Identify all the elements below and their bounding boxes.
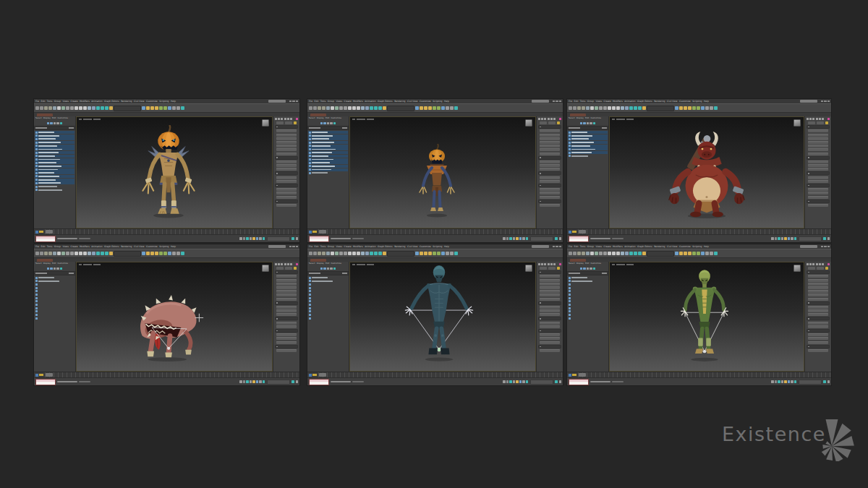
snaps-toggle-icon[interactable]: [629, 252, 633, 255]
toggle-scene-explorer-icon[interactable]: [684, 252, 687, 255]
scene-object-row-collapsed[interactable]: [568, 307, 608, 309]
scene-object-row[interactable]: [35, 137, 75, 140]
close-icon[interactable]: [827, 100, 830, 103]
menu-civil-view[interactable]: Civil View: [667, 245, 677, 248]
rollout-button[interactable]: [276, 137, 297, 140]
rectangular-selection-region-icon[interactable]: [339, 106, 343, 110]
create-icon[interactable]: [275, 263, 277, 265]
maxscript-mini-listener[interactable]: [569, 236, 589, 242]
window-controls[interactable]: [289, 100, 299, 103]
rollout-pin-icon[interactable]: [296, 263, 298, 265]
render-setup-icon[interactable]: [705, 106, 709, 110]
modify-icon[interactable]: [278, 263, 280, 265]
viewport-menu-shading[interactable]: [367, 264, 374, 265]
mirror-icon[interactable]: [415, 106, 419, 110]
rollout-header[interactable]: [807, 270, 830, 274]
rendered-frame-window-icon[interactable]: [710, 106, 713, 110]
rollout-mini-button[interactable]: [540, 121, 547, 124]
rectangular-selection-region-icon[interactable]: [599, 252, 603, 255]
time-slider-handle[interactable]: [579, 373, 586, 377]
status-toggle-icon-4[interactable]: [516, 380, 519, 383]
unlink-selection-icon[interactable]: [582, 252, 585, 255]
scene-object-row[interactable]: [35, 189, 75, 192]
undo-icon[interactable]: [569, 252, 572, 255]
scene-object-row[interactable]: [35, 171, 75, 174]
rollout-button[interactable]: [276, 294, 297, 296]
rollout-button[interactable]: [808, 204, 828, 207]
toggle-layer-explorer-icon[interactable]: [428, 106, 432, 110]
menu-file[interactable]: File: [35, 100, 39, 103]
viewport-label[interactable]: [352, 119, 374, 120]
mirror-icon[interactable]: [675, 106, 678, 110]
scene-object-row-collapsed[interactable]: [568, 283, 608, 286]
status-toggle-icon-0[interactable]: [239, 380, 242, 383]
align-icon[interactable]: [146, 252, 150, 255]
rollout-button[interactable]: [276, 325, 297, 328]
menu-rendering[interactable]: Rendering: [121, 245, 132, 248]
rollout-button[interactable]: [276, 141, 297, 144]
rollout-button[interactable]: [808, 176, 828, 179]
rollout-mini-button[interactable]: [276, 267, 284, 270]
select-and-move-icon[interactable]: [608, 106, 611, 110]
viewport-label[interactable]: [79, 119, 101, 120]
explorer-tool-icon-0[interactable]: [320, 122, 323, 125]
hierarchy-icon[interactable]: [544, 118, 546, 120]
rollout-button[interactable]: [276, 180, 297, 183]
status-toggle-icon-7[interactable]: [263, 380, 265, 383]
rollout-header[interactable]: [807, 301, 830, 305]
status-toggle-icon-3[interactable]: [513, 380, 516, 383]
select-object-icon[interactable]: [590, 252, 594, 255]
rollout-button[interactable]: [808, 349, 828, 352]
menu-help[interactable]: Help: [171, 245, 176, 248]
rollout-button[interactable]: [808, 286, 828, 289]
window-crossing-icon[interactable]: [70, 106, 74, 110]
viewport-label[interactable]: [612, 119, 634, 120]
align-icon[interactable]: [679, 106, 683, 110]
menu-graph-editors[interactable]: Graph Editors: [637, 100, 652, 103]
explorer-tool-icon-0[interactable]: [47, 267, 50, 270]
material-editor-icon[interactable]: [441, 252, 445, 255]
scene-object-row-collapsed[interactable]: [308, 290, 348, 293]
motion-icon[interactable]: [816, 118, 818, 120]
status-toggle-icon-5[interactable]: [256, 237, 259, 240]
scene-object-row[interactable]: [568, 145, 608, 147]
rollout-header[interactable]: [538, 317, 561, 320]
explorer-tool-icon-3[interactable]: [590, 267, 592, 270]
utilities-icon[interactable]: [822, 263, 824, 265]
select-and-move-icon[interactable]: [608, 252, 611, 255]
menu-animation[interactable]: Animation: [624, 100, 635, 103]
menu-create[interactable]: Create: [71, 245, 78, 248]
menu-rendering[interactable]: Rendering: [121, 100, 132, 103]
status-toggle-icon-2[interactable]: [778, 380, 780, 383]
rollout-button[interactable]: [276, 349, 297, 352]
minimize-icon[interactable]: [289, 100, 292, 103]
menu-graph-editors[interactable]: Graph Editors: [104, 100, 119, 103]
rollout-button[interactable]: [540, 141, 560, 144]
rollout-button[interactable]: [276, 148, 297, 151]
menu-views[interactable]: Views: [336, 245, 342, 248]
bind-to-spacewarp-icon[interactable]: [53, 252, 56, 255]
rollout-header[interactable]: [807, 200, 830, 203]
rollout-button[interactable]: [540, 188, 560, 191]
render-setup-icon[interactable]: [705, 252, 709, 255]
status-toggle-icon-3[interactable]: [250, 380, 252, 383]
scene-object-row[interactable]: [308, 155, 348, 158]
percent-snap-toggle-icon[interactable]: [378, 252, 382, 255]
hierarchy-icon[interactable]: [812, 118, 814, 120]
menu-group[interactable]: Group: [328, 245, 334, 248]
lock-icon[interactable]: [557, 267, 560, 270]
modify-icon[interactable]: [278, 118, 280, 120]
menu-edit[interactable]: Edit: [574, 245, 579, 248]
rollout-button[interactable]: [808, 141, 828, 144]
menu-modifiers[interactable]: Modifiers: [80, 245, 90, 248]
rollout-button[interactable]: [808, 164, 828, 167]
key-mode-icon[interactable]: [35, 374, 38, 377]
menu-modifiers[interactable]: Modifiers: [353, 100, 363, 103]
key-mode-icon[interactable]: [309, 374, 312, 377]
explorer-tool-icon-4[interactable]: [60, 267, 63, 270]
scene-object-row[interactable]: [308, 276, 348, 279]
scene-object-row-collapsed[interactable]: [308, 314, 348, 317]
status-toggle-icon-0[interactable]: [503, 237, 506, 240]
select-and-scale-icon[interactable]: [357, 252, 360, 255]
scene-object-row[interactable]: [35, 161, 75, 164]
